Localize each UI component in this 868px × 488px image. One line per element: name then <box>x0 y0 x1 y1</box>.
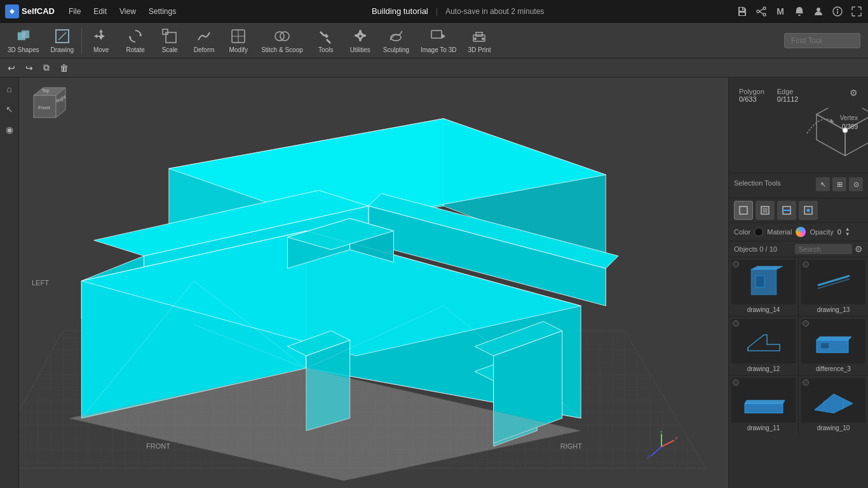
svg-rect-93 <box>740 207 747 214</box>
obj-drawing-14[interactable]: drawing_14 <box>729 257 798 316</box>
color-label: Color <box>734 228 750 236</box>
toolbar-modify[interactable]: Modify <box>222 24 255 58</box>
menu-view[interactable]: View <box>116 4 140 18</box>
menu-settings[interactable]: Settings <box>145 4 180 18</box>
orientation-cube: Front Right Top <box>24 83 75 133</box>
toolbar-deform[interactable]: Deform <box>187 24 220 58</box>
obj-thumb-10 <box>801 378 865 423</box>
toolbar-scale[interactable]: Scale <box>153 24 186 58</box>
toolbar: 3D Shapes Drawing Move Rotate Scale Defo… <box>0 23 868 58</box>
toolbar-tools[interactable]: Tools <box>309 24 342 58</box>
autosave-status: Auto-save in about 2 minutes <box>445 7 544 16</box>
mode-vertex[interactable] <box>799 201 818 220</box>
menu-edit[interactable]: Edit <box>90 4 111 18</box>
edge-value: 0/1112 <box>777 95 799 103</box>
toolbar-rotate[interactable]: Rotate <box>119 24 152 58</box>
vertex-value: 0/389 <box>842 123 858 130</box>
toolbar-move[interactable]: Move <box>85 24 118 58</box>
select-cursor-icon[interactable]: ↖ <box>816 177 830 191</box>
mode-edge[interactable] <box>777 201 796 220</box>
material-label: Material <box>767 228 792 236</box>
objects-settings-icon[interactable]: ⚙ <box>855 244 863 254</box>
object-mode <box>729 198 868 223</box>
svg-text:X: X <box>675 435 677 441</box>
share-icon[interactable] <box>755 5 768 18</box>
obj-difference-3[interactable]: difference_3 <box>799 316 868 375</box>
svg-point-19 <box>275 32 284 41</box>
obj-radio-14 <box>733 261 739 268</box>
menu-file[interactable]: File <box>65 4 85 18</box>
obj-name-12: drawing_12 <box>731 365 796 372</box>
obj-name-10: drawing_10 <box>801 424 865 431</box>
obj-thumb-diff3 <box>801 319 865 363</box>
redo-button[interactable]: ↪ <box>23 62 36 74</box>
bell-icon[interactable] <box>793 5 806 18</box>
svg-marker-110 <box>745 400 785 403</box>
mode-face[interactable] <box>756 201 775 220</box>
obj-name-13: drawing_13 <box>801 306 865 313</box>
home-icon[interactable]: ⌂ <box>3 83 16 95</box>
find-tool-input[interactable] <box>784 33 860 48</box>
vertex-label: Vertex <box>840 114 858 121</box>
objects-search[interactable] <box>795 244 852 254</box>
objects-section: Objects 0 / 10 ⚙ drawing_14 <box>729 241 868 488</box>
edge-label: Edge <box>777 88 799 95</box>
material-icon[interactable] <box>796 227 806 237</box>
toolbar-utilities[interactable]: Utilities <box>344 24 377 58</box>
viewport[interactable]: Front Right Top LEFT RIGHT FRONT X Y Z <box>19 78 728 488</box>
topbar-right-icons: M <box>736 5 863 18</box>
toolbar-3d-print[interactable]: 3D Print <box>463 24 496 58</box>
cursor-icon[interactable]: ↖ <box>3 103 16 116</box>
svg-marker-111 <box>815 394 853 413</box>
obj-thumb-13 <box>801 260 865 304</box>
delete-button[interactable]: 🗑 <box>57 62 71 74</box>
svg-rect-11 <box>22 30 29 38</box>
obj-drawing-12[interactable]: drawing_12 <box>729 316 798 375</box>
svg-point-2 <box>763 13 766 16</box>
globe-icon[interactable]: ◉ <box>3 123 16 136</box>
obj-name-11: drawing_11 <box>731 424 796 431</box>
title-area: Building tutorial | Auto-save in about 2… <box>185 6 731 16</box>
toolbar-stitch-scoop[interactable]: Stitch & Scoop <box>256 24 308 58</box>
undo-button[interactable]: ↩ <box>5 62 18 74</box>
pev-settings-icon[interactable]: ⚙ <box>850 88 858 98</box>
copy-button[interactable]: ⧉ <box>41 61 52 74</box>
m-icon[interactable]: M <box>774 5 787 18</box>
doc-title: Building tutorial <box>372 6 428 16</box>
svg-text:Z: Z <box>647 454 650 460</box>
obj-radio-13 <box>803 261 809 268</box>
cmo-section: Color Material Opacity 0 ▲ ▼ <box>729 223 868 241</box>
info-icon[interactable] <box>831 5 844 18</box>
svg-point-25 <box>474 37 477 40</box>
svg-point-99 <box>807 209 810 212</box>
opacity-spinner[interactable]: ▲ ▼ <box>845 227 850 237</box>
save-icon[interactable] <box>736 5 749 18</box>
svg-text:Y: Y <box>660 431 663 435</box>
svg-line-13 <box>58 32 66 40</box>
select-lasso-icon[interactable]: ⊙ <box>849 177 863 191</box>
mode-object[interactable] <box>734 201 753 220</box>
toolbar-drawing[interactable]: Drawing <box>45 24 79 58</box>
svg-rect-102 <box>756 276 764 287</box>
select-box-icon[interactable]: ⊞ <box>832 177 846 191</box>
obj-drawing-11[interactable]: drawing_11 <box>729 376 798 434</box>
axis-indicator: X Y Z <box>646 431 684 469</box>
objects-header: Objects 0 / 10 ⚙ <box>729 241 868 257</box>
fullscreen-icon[interactable] <box>850 5 863 18</box>
svg-marker-95 <box>763 208 768 213</box>
svg-point-20 <box>280 32 289 41</box>
obj-drawing-10[interactable]: drawing_10 <box>799 376 868 434</box>
opacity-label: Opacity <box>810 228 833 236</box>
selection-tools: Selection Tools ↖ ⊞ ⊙ <box>729 173 868 198</box>
obj-radio-11 <box>733 379 739 386</box>
toolbar-3dshapes[interactable]: 3D Shapes <box>3 24 44 58</box>
toolbar-image-to-3d[interactable]: Image To 3D <box>416 24 462 58</box>
obj-radio-12 <box>733 320 739 327</box>
obj-drawing-13[interactable]: drawing_13 <box>799 257 868 316</box>
obj-name-14: drawing_14 <box>731 306 796 313</box>
svg-rect-24 <box>476 32 482 36</box>
toolbar-sculpting[interactable]: Sculpting <box>378 24 414 58</box>
user-icon[interactable] <box>812 5 825 18</box>
color-dot[interactable] <box>754 227 763 236</box>
svg-point-1 <box>763 7 766 10</box>
